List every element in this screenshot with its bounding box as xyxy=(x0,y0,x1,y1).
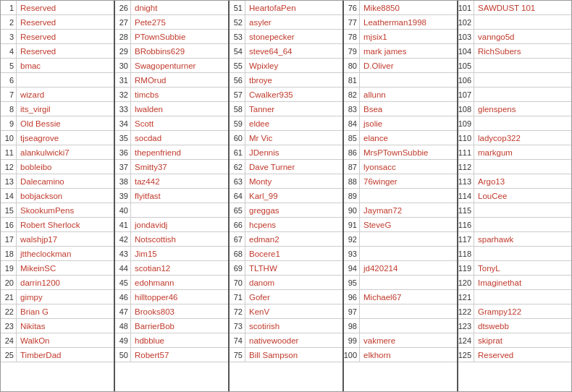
row-number: 112 xyxy=(458,160,474,174)
row-username: Reserved xyxy=(17,1,114,14)
table-row: 96Michael67 xyxy=(344,290,457,304)
row-username: hdbblue xyxy=(131,333,228,347)
table-row: 45edohmann xyxy=(115,276,228,290)
row-username xyxy=(474,218,571,231)
row-number: 37 xyxy=(115,160,131,174)
row-number: 6 xyxy=(1,73,17,87)
row-username: edman2 xyxy=(245,232,342,246)
table-row: 42Notscottish xyxy=(115,232,228,247)
row-username xyxy=(474,160,571,174)
row-number: 67 xyxy=(230,232,245,246)
row-username xyxy=(474,59,571,72)
table-row: 23Nikitas xyxy=(1,319,114,333)
row-number: 10 xyxy=(1,131,17,145)
row-username: Robert Sherlock xyxy=(17,218,114,231)
table-row: 18jtthecl​ockman xyxy=(1,247,114,261)
table-row: 104RichSubers xyxy=(458,44,571,59)
table-row: 36thepenfriend xyxy=(115,145,228,160)
row-number: 75 xyxy=(230,348,245,362)
table-row: 50Robert57 xyxy=(115,348,228,362)
row-number: 108 xyxy=(458,102,474,116)
table-row: 80D.Oliver xyxy=(344,59,457,73)
row-number: 60 xyxy=(230,131,245,145)
row-number: 97 xyxy=(344,304,360,318)
row-username: steve64_64 xyxy=(245,44,342,58)
row-number: 21 xyxy=(1,290,17,304)
row-username: Michael67 xyxy=(360,290,457,304)
row-number: 30 xyxy=(115,59,131,72)
row-number: 55 xyxy=(230,59,245,72)
row-number: 102 xyxy=(458,15,474,29)
table-row: 122Grampy122 xyxy=(458,304,571,319)
row-number: 26 xyxy=(115,1,131,14)
row-number: 95 xyxy=(344,276,360,289)
table-row: 74nativewooder xyxy=(230,333,342,348)
row-username: Grampy122 xyxy=(474,304,571,318)
column-group-2: 51HeartofaPen52asyler53stonepecker54stev… xyxy=(230,1,344,391)
row-number: 69 xyxy=(230,261,245,275)
table-row: 8its_virgil xyxy=(1,102,114,116)
row-username: Brian G xyxy=(17,304,114,318)
table-row: 53stonepecker xyxy=(230,30,342,44)
table-row: 110ladycop322 xyxy=(458,131,571,145)
row-username: dtswebb xyxy=(474,319,571,333)
row-username: walshjp17 xyxy=(17,232,114,246)
row-username: Dave Turner xyxy=(245,160,342,174)
row-username: Nikitas xyxy=(17,319,114,333)
row-username: tjseagrove xyxy=(17,131,114,145)
table-row: 10tjseagrove xyxy=(1,131,114,145)
row-username: PTownSubbie xyxy=(131,30,228,43)
row-username: Bill Sampson xyxy=(245,348,342,362)
row-number: 123 xyxy=(458,319,474,333)
row-username xyxy=(474,290,571,304)
row-username: Bsea xyxy=(360,102,457,116)
table-row: 79mark james xyxy=(344,44,457,59)
table-row: 6 xyxy=(1,73,114,88)
table-row: 32timcbs xyxy=(115,88,228,102)
row-number: 7 xyxy=(1,88,17,101)
row-number: 43 xyxy=(115,247,131,260)
table-row: 119TonyL xyxy=(458,261,571,276)
row-username: jondavidj xyxy=(131,218,228,231)
row-username: timcbs xyxy=(131,88,228,101)
row-username: Reserved xyxy=(17,44,114,58)
row-username: lwalden xyxy=(131,102,228,116)
row-number: 83 xyxy=(344,102,360,116)
row-number: 64 xyxy=(230,189,245,203)
row-username: hcpens xyxy=(245,218,342,231)
row-number: 5 xyxy=(1,59,17,72)
row-username xyxy=(360,319,457,333)
table-row: 87lyonsacc xyxy=(344,160,457,174)
row-username: Scott xyxy=(131,116,228,130)
row-username: LouCee xyxy=(474,189,571,203)
row-number: 41 xyxy=(115,218,131,231)
row-username: gimpy xyxy=(17,290,114,304)
row-number: 45 xyxy=(115,276,131,289)
table-row: 26dnight xyxy=(115,1,228,15)
table-row: 78mjsix1 xyxy=(344,30,457,44)
row-number: 42 xyxy=(115,232,131,246)
row-username: bobleibo xyxy=(17,160,114,174)
table-row: 123dtswebb xyxy=(458,319,571,333)
row-number: 115 xyxy=(458,203,474,217)
table-row: 117sparhawk xyxy=(458,232,571,247)
row-number: 9 xyxy=(1,116,17,130)
row-username: glenspens xyxy=(474,102,571,116)
table-row: 114LouCee xyxy=(458,189,571,203)
row-number: 114 xyxy=(458,189,474,203)
table-row: 35socdad xyxy=(115,131,228,145)
table-row: 73scotirish xyxy=(230,319,342,333)
table-row: 28PTownSubbie xyxy=(115,30,228,44)
row-username: Notscottish xyxy=(131,232,228,246)
row-number: 54 xyxy=(230,44,245,58)
row-number: 18 xyxy=(1,247,17,260)
row-username: Pete275 xyxy=(131,15,228,29)
row-number: 92 xyxy=(344,232,360,246)
row-number: 39 xyxy=(115,189,131,203)
row-username: mjsix1 xyxy=(360,30,457,43)
table-row: 115 xyxy=(458,203,571,218)
row-username: Mr Vic xyxy=(245,131,342,145)
table-row: 97 xyxy=(344,304,457,319)
row-username: asyler xyxy=(245,15,342,29)
table-row: 112 xyxy=(458,160,571,174)
